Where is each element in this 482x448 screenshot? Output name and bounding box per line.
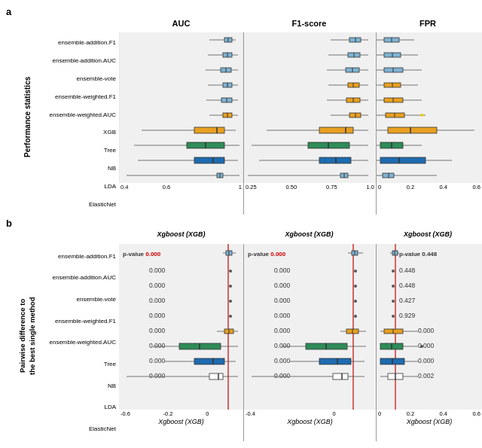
- b-plot-1: p-value 0.000 0.000 0.000 0.000 0.000: [119, 244, 243, 410]
- b1-x-label: Xgboost (XGB): [119, 418, 243, 425]
- fpr-x-axis: 00.20.40.6: [377, 183, 482, 191]
- svg-text:0.427: 0.427: [399, 297, 416, 304]
- b-col-header-3: Xgboost (XGB): [375, 230, 480, 244]
- auc-x-axis: 0.40.61: [119, 183, 243, 191]
- svg-text:0.000: 0.000: [418, 357, 435, 364]
- col-header-f1: F1-score: [243, 19, 375, 32]
- panel-b-label: b: [6, 218, 476, 229]
- svg-text:0.000: 0.000: [274, 357, 291, 364]
- svg-rect-150: [319, 358, 351, 364]
- panel-b-y-axis: Pairwise difference tothe best single me…: [6, 230, 47, 441]
- svg-point-139: [354, 315, 357, 318]
- svg-point-133: [354, 270, 357, 273]
- svg-text:0.000: 0.000: [274, 297, 291, 304]
- row-label-7: NB: [47, 165, 116, 172]
- svg-rect-59: [319, 157, 351, 163]
- svg-text:0.000: 0.000: [274, 342, 291, 349]
- b-row-label-0: ensemble-addition.F1: [47, 253, 116, 260]
- svg-text:0.929: 0.929: [399, 312, 416, 319]
- b-plot-2: p-value 0.000 0.000 0.000 0.000 0.000: [244, 244, 376, 410]
- b2-x-label: Xgboost (XGB): [244, 418, 376, 425]
- svg-text:0.000: 0.000: [149, 267, 166, 274]
- b3-x-label: Xgboost (XGB): [377, 418, 482, 425]
- panel-a-y-axis: Performance statistics: [6, 19, 47, 215]
- svg-text:0.448: 0.448: [399, 267, 416, 274]
- f1-plot: [244, 32, 376, 183]
- svg-rect-154: [333, 373, 348, 379]
- row-label-3: ensemble-weighted.F1: [47, 93, 116, 100]
- svg-text:0.002: 0.002: [418, 372, 435, 379]
- row-label-1: ensemble-addition.AUC: [47, 57, 116, 64]
- svg-point-103: [229, 270, 232, 273]
- svg-text:0.000: 0.000: [274, 372, 291, 379]
- fpr-plot: [377, 32, 482, 183]
- svg-point-178: [420, 345, 423, 348]
- svg-text:0.000: 0.000: [274, 282, 291, 289]
- b1-x-axis: -0.6-0.20: [119, 410, 243, 418]
- b-row-label-3: ensemble-weighted.F1: [47, 318, 116, 325]
- row-label-2: ensemble-vote: [47, 75, 116, 82]
- svg-rect-53: [319, 127, 353, 133]
- svg-text:0.000: 0.000: [418, 327, 435, 334]
- svg-text:0.000: 0.000: [274, 267, 291, 274]
- b-row-label-5: Tree: [47, 361, 116, 367]
- svg-point-105: [229, 285, 232, 288]
- svg-text:0.000: 0.000: [149, 372, 166, 379]
- b-row-label-7: LDA: [47, 404, 116, 410]
- row-label-4: ensemble-weighted.AUC: [47, 111, 116, 118]
- row-label-0: ensemble-addition.F1: [47, 39, 116, 46]
- b-row-label-6: NB: [47, 382, 116, 389]
- svg-point-137: [354, 300, 357, 303]
- svg-rect-22: [194, 127, 224, 133]
- b-row-label-1: ensemble-addition.AUC: [47, 274, 116, 281]
- svg-text:0.000: 0.000: [149, 312, 166, 319]
- b-row-label-4: ensemble-weighted.AUC: [47, 339, 116, 346]
- b-plot-3: p-value 0.448 0.448 0.448 0.427 0.929: [377, 244, 482, 410]
- svg-point-169: [392, 315, 395, 318]
- col-header-auc: AUC: [119, 19, 243, 32]
- svg-point-163: [392, 270, 395, 273]
- row-label-8: LDA: [47, 183, 116, 190]
- svg-point-165: [392, 285, 395, 288]
- svg-point-167: [392, 300, 395, 303]
- svg-text:p-value 0.000: p-value 0.000: [123, 251, 161, 258]
- svg-text:p-value 0.000: p-value 0.000: [248, 251, 286, 258]
- b-col-header-1: Xgboost (XGB): [119, 230, 243, 244]
- svg-text:0.448: 0.448: [399, 282, 416, 289]
- svg-text:0.000: 0.000: [149, 297, 166, 304]
- svg-rect-96: [119, 244, 243, 410]
- svg-rect-85: [388, 127, 437, 133]
- svg-point-109: [229, 315, 232, 318]
- svg-point-135: [354, 285, 357, 288]
- svg-text:p-value 0.448: p-value 0.448: [399, 251, 438, 258]
- svg-text:0.000: 0.000: [149, 327, 166, 334]
- row-label-9: ElasticNet: [47, 201, 116, 208]
- f1-x-axis: 0.250.500.751.0: [244, 183, 376, 191]
- svg-text:0.000: 0.000: [274, 327, 291, 334]
- svg-rect-126: [244, 244, 376, 410]
- svg-text:0.000: 0.000: [274, 312, 291, 319]
- panel-a-label: a: [6, 6, 476, 17]
- b-row-label-8: ElasticNet: [47, 425, 116, 432]
- svg-rect-28: [194, 157, 224, 163]
- auc-plot: [119, 32, 243, 183]
- b-col-header-2: Xgboost (XGB): [243, 230, 375, 244]
- svg-rect-124: [209, 373, 223, 379]
- b2-x-axis: -0.40: [244, 410, 376, 418]
- svg-point-107: [229, 300, 232, 303]
- row-label-6: Tree: [47, 147, 116, 154]
- svg-rect-91: [380, 157, 426, 163]
- svg-text:0.000: 0.000: [418, 342, 435, 349]
- svg-text:0.000: 0.000: [149, 342, 166, 349]
- col-header-fpr: FPR: [375, 19, 480, 32]
- b-row-label-2: ensemble-vote: [47, 296, 116, 303]
- svg-text:0.000: 0.000: [149, 357, 166, 364]
- svg-rect-120: [194, 358, 224, 364]
- b3-x-axis: 00.20.40.6: [377, 410, 482, 418]
- svg-point-83: [420, 114, 423, 117]
- svg-text:0.000: 0.000: [149, 282, 166, 289]
- row-label-5: XGB: [47, 129, 116, 136]
